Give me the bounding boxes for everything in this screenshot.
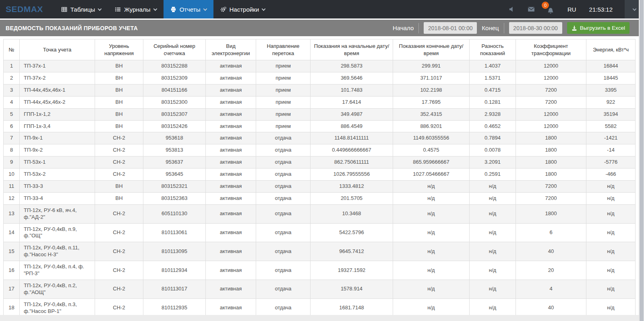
table-cell: н/д [470,192,516,204]
table-cell: 803152426 [143,120,206,132]
table-cell: ВН [95,60,143,72]
table-cell: ТП-9х-2 [20,144,95,156]
table-cell: 0.4715 [470,84,516,96]
table-cell: 6 [4,120,20,132]
list-icon [115,6,121,12]
table-cell: отдача [256,204,311,223]
table-cell: 17.7695 [393,96,470,108]
table-cell: ТП-12х, РУ-0,4кВ, п.4, ф. "РП-3" [20,261,95,280]
table-cell: активная [206,192,256,204]
table-cell: 803152307 [143,108,206,120]
table-cell: 810112934 [143,261,206,280]
table-cell: 12000 [516,72,586,84]
download-icon [572,25,577,31]
nav-item-label: Журналы [124,6,151,13]
nav-item-reports[interactable]: Отчеты [164,0,213,19]
volume-muted-button[interactable] [502,0,522,19]
table-cell: 1.5371 [470,72,516,84]
export-excel-button[interactable]: Выгрузить в Excel [567,22,630,34]
table-cell: активная [206,132,256,144]
readings-table: №Точка учетаУровень напряженияСерийный н… [3,39,636,321]
table-cell: ВН [95,72,143,84]
table-cell: 865.959666667 [393,156,470,169]
table-cell: активная [206,298,256,317]
table-cell: СН-2 [95,204,143,223]
table-cell: 299.991 [393,60,470,72]
bell-icon [547,7,554,14]
notifications-button[interactable]: 0 [541,0,560,19]
table-cell: 9 [4,156,20,169]
table-cell: 953813 [143,144,206,156]
table-cell: н/д [586,192,636,204]
start-date-label: Начало [393,25,414,31]
nav-item-tables[interactable]: Таблицы [54,0,108,19]
table-row: 6ГПП-1х-3,4ВН803152426активнаяприем886.4… [4,120,636,132]
table-cell: отдача [256,223,311,242]
table-cell: ВН [95,120,143,132]
table-cell: -1421 [586,132,636,144]
table-cell: 0.449666666667 [311,144,393,156]
table-cell: ТП-12х, РУ-0,4кВ, п.2, ф."АОЩ" [20,280,95,298]
column-header: Уровень напряжения [95,39,143,60]
table-cell: отдача [256,280,311,298]
table-cell: 1681.7148 [311,298,393,317]
table-cell: активная [206,144,256,156]
table-row: 18ТП-12х, РУ-0,4кВ, п.3, ф."Насос ВР-1"С… [4,298,636,317]
table-cell: активная [206,261,256,280]
table-cell: 2.9328 [470,108,516,120]
table-cell: ТП-53х-2 [20,169,95,181]
table-cell: 298.5873 [311,60,393,72]
table-cell: 3 [4,84,20,96]
scrollbar[interactable] [639,0,644,321]
table-cell: отдача [256,156,311,169]
table-cell: 1800 [516,204,586,223]
table-cell: н/д [586,181,636,193]
table-cell: прием [256,96,311,108]
gear-icon [220,6,226,12]
chevron-down-icon [632,7,636,11]
table-cell: 810113017 [143,280,206,298]
table-cell: 12000 [516,108,586,120]
nav-item-journals[interactable]: Журналы [108,0,164,19]
navbar-right-group: 0 RU 21:53:12 [502,0,644,19]
table-row: 3ТП-44х,45х,46х-1ВН804151166активнаяприе… [4,84,636,96]
table-cell: отдача [256,181,311,193]
table-row: 15ТП-12х, РУ-0,4кВ, п.11, ф."Насос Н-3"С… [4,242,636,261]
table-row: 12ТП-33-4ВН803152363активнаяотдача201.57… [4,192,636,204]
page-title: ВЕДОМОСТЬ ПОКАЗАНИЙ ПРИБОРОВ УЧЕТА [6,25,138,31]
export-excel-label: Выгрузить в Excel [580,25,625,31]
table-cell: н/д [393,223,470,242]
table-cell: 17 [4,280,20,298]
table-cell: 4 [516,280,586,298]
table-cell: 953645 [143,169,206,181]
messages-button[interactable] [522,0,541,19]
end-date-input[interactable] [509,22,562,34]
table-cell: 12000 [516,60,586,72]
table-cell: активная [206,84,256,96]
start-date-input[interactable] [424,22,477,34]
table-cell: активная [206,169,256,181]
table-cell: н/д [586,298,636,317]
table-cell: ТП-9х-1 [20,132,95,144]
table-cell: ВН [95,84,143,96]
table-cell: ВН [95,96,143,108]
table-cell: СН-2 [95,242,143,261]
table-cell: н/д [393,204,470,223]
table-cell: 7200 [516,181,586,193]
table-row: 13ТП-12х, РУ-6 кВ, яч.4, ф."АД-2"СН-2605… [4,204,636,223]
table-cell: ТП-53х-1 [20,156,95,169]
language-selector[interactable]: RU [560,0,584,19]
table-cell: ТП-37х-1 [20,60,95,72]
table-row: 7ТП-9х-1СН-2953618активнаяотдача1148.814… [4,132,636,144]
nav-item-settings[interactable]: Настройки [213,0,272,19]
table-cell: 1800 [516,156,586,169]
table-cell: 5582 [586,120,636,132]
end-date-label: Конец [482,25,499,31]
table-row: 11ТП-33-3ВН803152321активнаяотдача1333.4… [4,181,636,193]
table-body: 1ТП-37х-1ВН803152288активнаяприем298.587… [4,60,636,321]
table-row: 2ТП-37х-2ВН803152309активнаяприем369.564… [4,72,636,84]
table-cell: 0.7894 [470,132,516,144]
table-cell: активная [206,96,256,108]
scrollbar-thumb[interactable] [640,0,644,321]
table-cell: ВН [95,108,143,120]
